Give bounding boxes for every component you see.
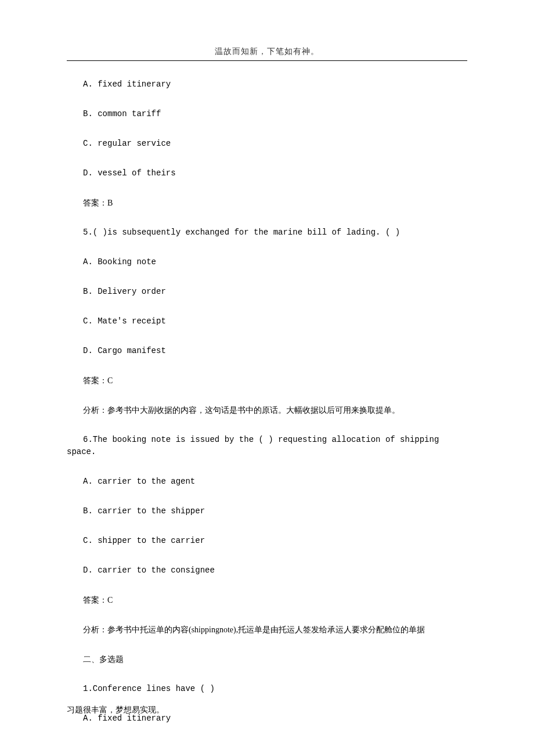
- body-paragraph: 答案：C: [67, 594, 467, 606]
- document-page: 温故而知新，下笔如有神。 A. fixed itineraryB. common…: [0, 0, 534, 725]
- page-footer: 习题很丰富，梦想易实现。: [67, 705, 164, 715]
- body-paragraph: D. vessel of theirs: [67, 167, 467, 179]
- body-paragraph: D. Cargo manifest: [67, 345, 467, 357]
- body-paragraph: B. carrier to the shipper: [67, 505, 467, 517]
- body-paragraph: 分析：参考书中大副收据的内容，这句话是书中的原话。大幅收据以后可用来换取提单。: [67, 404, 467, 416]
- body-paragraph: 二、多选题: [67, 653, 467, 665]
- header-divider: [67, 60, 467, 61]
- body-paragraph: B. Delivery order: [67, 286, 467, 298]
- page-header-title: 温故而知新，下笔如有神。: [67, 46, 467, 57]
- body-paragraph: A. carrier to the agent: [67, 476, 467, 488]
- body-paragraph: C. regular service: [67, 138, 467, 150]
- body-paragraph: 答案：C: [67, 375, 467, 387]
- body-paragraph: 1.Conference lines have ( ): [67, 683, 467, 695]
- body-paragraph: 答案：B: [67, 197, 467, 209]
- body-paragraph: A. Booking note: [67, 256, 467, 268]
- body-paragraph: D. carrier to the consignee: [67, 564, 467, 577]
- document-body: A. fixed itineraryB. common tariffC. reg…: [67, 78, 467, 725]
- body-paragraph: 5.( )is subsequently exchanged for the m…: [67, 226, 467, 239]
- body-paragraph: B. common tariff: [67, 108, 467, 120]
- body-paragraph: 分析：参考书中托运单的内容(shippingnote),托运单是由托运人签发给承…: [67, 624, 467, 636]
- body-paragraph: A. fixed itinerary: [67, 78, 467, 91]
- body-paragraph: 6.The booking note is issued by the ( ) …: [67, 434, 467, 458]
- body-paragraph: C. shipper to the carrier: [67, 535, 467, 547]
- body-paragraph: C. Mate's receipt: [67, 315, 467, 327]
